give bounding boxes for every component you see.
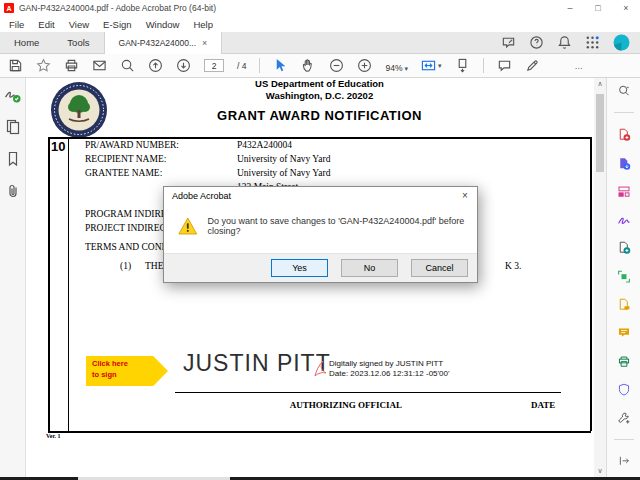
request-esignatures-icon[interactable] xyxy=(616,298,632,311)
doc-header-line1: US Department of Education xyxy=(48,78,591,89)
cancel-button[interactable]: Cancel xyxy=(411,259,468,277)
star-icon[interactable] xyxy=(36,58,51,73)
minimize-icon[interactable]: – xyxy=(556,0,584,16)
rail-divider xyxy=(614,439,634,440)
toolbar-divider xyxy=(483,58,484,73)
user-avatar[interactable] xyxy=(613,34,630,51)
scroll-up-icon[interactable]: ∧ xyxy=(594,78,606,90)
protect-shield-icon[interactable] xyxy=(616,383,632,396)
ai-search-icon[interactable] xyxy=(616,84,632,97)
dialog-footer: Yes No Cancel xyxy=(164,253,477,282)
page-number-input[interactable] xyxy=(204,59,224,72)
signature-line xyxy=(175,392,561,393)
zoom-out-icon[interactable] xyxy=(329,58,344,73)
field-value: P432A240004 xyxy=(237,140,292,150)
next-page-icon[interactable] xyxy=(176,58,191,73)
save-icon[interactable] xyxy=(8,58,23,73)
collapse-panel-icon[interactable] xyxy=(617,455,631,467)
previous-page-icon[interactable] xyxy=(148,58,163,73)
zoom-level-value: 94% xyxy=(385,63,402,73)
menu-help[interactable]: Help xyxy=(186,16,220,32)
scrollbar-thumb[interactable] xyxy=(596,94,604,172)
window-title: GAN-P432A240004.pdf - Adobe Acrobat Pro … xyxy=(19,3,216,13)
page-thumbnails-icon[interactable] xyxy=(5,119,21,135)
bookmarks-icon[interactable] xyxy=(5,151,21,167)
menu-file[interactable]: File xyxy=(2,16,31,32)
sign-tag-line1: Click here xyxy=(92,359,168,370)
page-scrolling-icon[interactable] xyxy=(455,58,470,73)
doc-title: GRANT AWARD NOTIFICATION xyxy=(48,108,591,123)
dialog-title: Adobe Acrobat xyxy=(172,191,231,201)
adobe-acrobat-icon: A xyxy=(4,3,14,13)
scan-ocr-icon[interactable] xyxy=(616,355,632,368)
zoom-level-dropdown[interactable]: 94%▾ xyxy=(385,57,408,75)
tab-tools[interactable]: Tools xyxy=(53,32,103,53)
attachments-paperclip-icon[interactable] xyxy=(5,183,21,199)
item-text-fragment: K 3. xyxy=(505,261,521,271)
more-tools-wrench-icon[interactable] xyxy=(616,411,632,424)
authorizing-official-label: AUTHORIZING OFFICIAL xyxy=(256,400,436,410)
version-label: Ver. 1 xyxy=(46,433,61,439)
help-icon[interactable] xyxy=(529,35,544,50)
digital-signature-details: Digitally signed by JUSTIN PITT Date: 20… xyxy=(329,359,449,380)
vertical-scrollbar[interactable]: ∧ ∨ xyxy=(594,78,606,477)
field-value: University of Navy Yard xyxy=(237,168,330,178)
email-icon[interactable] xyxy=(92,58,107,73)
maximize-icon[interactable]: □ xyxy=(584,0,612,16)
comment-icon[interactable] xyxy=(497,58,512,73)
table-inner-line xyxy=(68,137,69,431)
close-icon[interactable]: × xyxy=(612,0,640,16)
select-cursor-icon[interactable] xyxy=(273,58,288,73)
menu-bar: File Edit View E-Sign Window Help xyxy=(0,16,640,32)
doc-header-line2: Washington, D.C. 20202 xyxy=(48,90,591,101)
field-label: GRANTEE NAME: xyxy=(85,168,162,178)
save-changes-dialog: Adobe Acrobat × Do you want to save chan… xyxy=(163,186,478,283)
organize-pages-icon[interactable] xyxy=(616,185,632,198)
menu-esign[interactable]: E-Sign xyxy=(96,16,139,32)
tab-document[interactable]: GAN-P432A24000... × xyxy=(104,32,223,54)
click-to-sign-tag[interactable]: Click here to sign xyxy=(86,356,168,386)
chevron-down-icon: ▾ xyxy=(438,62,442,70)
search-icon[interactable] xyxy=(120,58,135,73)
export-pdf-icon[interactable] xyxy=(616,157,632,170)
signature-flourish-icon xyxy=(313,359,327,379)
fill-and-sign-icon[interactable] xyxy=(616,213,632,226)
print-icon[interactable] xyxy=(64,58,79,73)
signature-name: JUSTIN PITT xyxy=(183,350,331,377)
edit-pdf-icon[interactable] xyxy=(616,270,632,283)
left-panel-rail xyxy=(0,78,26,477)
main-toolbar: / 4 94%▾ ▾ … xyxy=(0,54,640,78)
tab-document-label: GAN-P432A24000... xyxy=(119,38,197,48)
menu-window[interactable]: Window xyxy=(139,16,187,32)
menu-view[interactable]: View xyxy=(62,16,96,32)
dialog-close-icon[interactable]: × xyxy=(453,187,477,204)
more-tools-ellipsis-icon[interactable]: … xyxy=(575,61,584,71)
hand-tool-icon[interactable] xyxy=(301,58,316,73)
menu-edit[interactable]: Edit xyxy=(31,16,61,32)
feedback-icon[interactable] xyxy=(501,35,516,50)
combine-files-icon[interactable] xyxy=(616,241,632,254)
signatures-panel-icon[interactable] xyxy=(4,86,21,103)
toolbar-divider xyxy=(259,58,260,73)
create-pdf-icon[interactable] xyxy=(616,128,632,141)
table-border-top xyxy=(48,137,591,139)
yes-button[interactable]: Yes xyxy=(271,259,328,277)
field-value: University of Navy Yard xyxy=(237,154,330,164)
rail-divider xyxy=(614,112,634,113)
field-label: PR/AWARD NUMBER: xyxy=(85,140,179,150)
acrobat-window: A GAN-P432A240004.pdf - Adobe Acrobat Pr… xyxy=(0,0,640,480)
program-line: PROGRAM INDIRE xyxy=(85,209,167,219)
comment-panel-icon[interactable] xyxy=(616,326,632,339)
scroll-down-icon[interactable]: ∨ xyxy=(594,465,606,477)
dialog-title-bar[interactable]: Adobe Acrobat × xyxy=(164,187,477,204)
zoom-in-icon[interactable] xyxy=(357,58,372,73)
no-button[interactable]: No xyxy=(341,259,398,277)
tab-bar: Home Tools GAN-P432A24000... × xyxy=(0,32,640,54)
tab-close-icon[interactable]: × xyxy=(202,38,207,48)
apps-grid-icon[interactable] xyxy=(585,35,600,50)
notifications-bell-icon[interactable] xyxy=(557,35,572,50)
pen-icon[interactable] xyxy=(525,58,540,73)
fit-width-dropdown[interactable]: ▾ xyxy=(421,58,442,73)
table-border-bottom xyxy=(48,431,591,433)
tab-home[interactable]: Home xyxy=(0,32,53,53)
